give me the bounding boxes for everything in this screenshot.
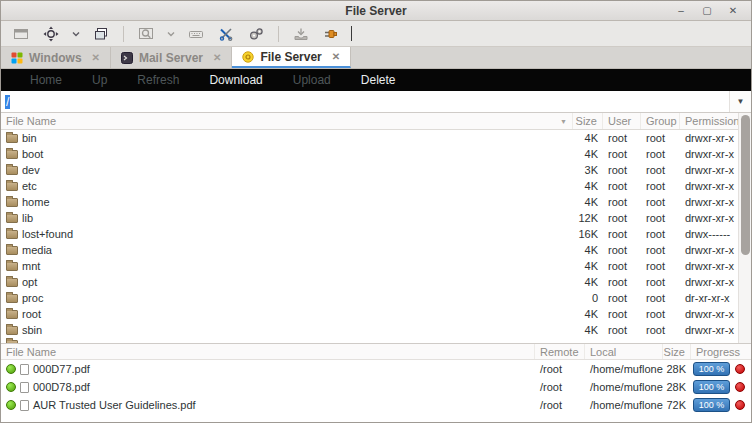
tab-close-icon[interactable]: ✕: [92, 52, 100, 63]
refresh-button[interactable]: Refresh: [122, 69, 194, 91]
file-name: lost+found: [22, 228, 73, 240]
file-row[interactable]: sbin 4K root root drwxr-xr-x: [1, 322, 738, 338]
file-size: 12K: [573, 212, 603, 224]
column-transfer-file-name[interactable]: File Name: [1, 344, 535, 359]
transfer-row[interactable]: 000D77.pdf /root /home/muflone 28K 100 %: [1, 360, 751, 378]
file-row[interactable]: etc 4K root root drwxr-xr-x: [1, 178, 738, 194]
fullscreen-icon[interactable]: [9, 23, 33, 45]
file-row[interactable]: boot 4K root root drwxr-xr-x: [1, 146, 738, 162]
remote-file-list-panel: File Name ▼ Size User Group Permission b…: [1, 113, 751, 343]
column-group[interactable]: Group: [641, 113, 680, 129]
progress-bar: 100 %: [693, 398, 730, 412]
preferences-gears-icon[interactable]: [244, 23, 268, 45]
connection-tab-bar: Windows ✕ Mail Server ✕ File Server ✕: [1, 47, 751, 69]
disconnect-plug-icon[interactable]: [319, 23, 343, 45]
file-user: root: [603, 132, 641, 144]
vertical-scrollbar[interactable]: [738, 113, 751, 343]
file-permission: drwxr-xr-x: [680, 308, 738, 320]
transfer-remote-path: /root: [535, 381, 585, 393]
tab-mail-server[interactable]: Mail Server ✕: [111, 47, 232, 68]
multi-monitor-icon[interactable]: [89, 23, 113, 45]
file-permission: drwx------: [680, 228, 738, 240]
file-size: 4K: [573, 308, 603, 320]
file-row[interactable]: root 4K root root drwxr-xr-x: [1, 306, 738, 322]
screenshot-icon[interactable]: [289, 23, 313, 45]
file-row[interactable]: mnt 4K root root drwxr-xr-x: [1, 258, 738, 274]
transfer-row[interactable]: AUR Trusted User Guidelines.pdf /root /h…: [1, 396, 751, 414]
sftp-action-bar: Home Up Refresh Download Upload Delete: [1, 69, 751, 91]
folder-icon: [6, 214, 18, 223]
app-window: File Server – ▢ ✕: [0, 0, 752, 423]
maximize-button[interactable]: ▢: [699, 4, 715, 18]
transfer-local-path: /home/muflone: [585, 399, 663, 411]
tab-file-server[interactable]: File Server ✕: [232, 47, 351, 68]
file-row[interactable]: dev 3K root root drwxr-xr-x: [1, 162, 738, 178]
toolbar-separator: [278, 26, 279, 42]
column-size[interactable]: Size: [573, 113, 603, 129]
keyboard-grab-icon[interactable]: [184, 23, 208, 45]
document-icon: [20, 400, 29, 411]
column-transfer-size[interactable]: Size: [663, 344, 691, 359]
file-row[interactable]: bin 4K root root drwxr-xr-x: [1, 130, 738, 146]
transfer-row[interactable]: 000D78.pdf /root /home/muflone 28K 100 %: [1, 378, 751, 396]
home-button[interactable]: Home: [15, 69, 77, 91]
main-toolbar: [1, 21, 751, 47]
file-row[interactable]: lib 12K root root drwxr-xr-x: [1, 210, 738, 226]
toolbar-edge-separator: [351, 26, 352, 41]
minimize-button[interactable]: –: [673, 4, 689, 18]
tools-icon[interactable]: [214, 23, 238, 45]
file-size: 4K: [573, 196, 603, 208]
path-dropdown-button[interactable]: ▼: [729, 91, 751, 112]
stop-status-icon: [735, 364, 745, 374]
file-group: root: [641, 212, 680, 224]
close-button[interactable]: ✕: [725, 4, 741, 18]
tab-windows[interactable]: Windows ✕: [1, 47, 111, 68]
column-progress[interactable]: Progress: [691, 344, 751, 359]
file-name: dev: [22, 164, 40, 176]
file-row[interactable]: opt 4K root root drwxr-xr-x: [1, 274, 738, 290]
file-group: root: [641, 260, 680, 272]
file-row[interactable]: lost+found 16K root root drwx------: [1, 226, 738, 242]
file-row[interactable]: home 4K root root drwxr-xr-x: [1, 194, 738, 210]
folder-icon: [6, 198, 18, 207]
scrollbar-thumb[interactable]: [741, 115, 750, 255]
column-permission[interactable]: Permission: [680, 113, 738, 129]
file-permission: drwxr-xr-x: [680, 148, 738, 160]
file-permission: drwxr-xr-x: [680, 132, 738, 144]
document-icon: [20, 382, 29, 393]
file-list-header: File Name ▼ Size User Group Permission: [1, 113, 738, 130]
scale-mode-icon[interactable]: [39, 23, 63, 45]
title-bar: File Server – ▢ ✕: [1, 1, 751, 21]
transfer-file-name: 000D78.pdf: [33, 381, 90, 393]
file-group: root: [641, 148, 680, 160]
file-name: lib: [22, 212, 33, 224]
transfer-complete-status-icon: [6, 400, 16, 410]
column-user[interactable]: User: [603, 113, 641, 129]
upload-button[interactable]: Upload: [278, 69, 346, 91]
path-input[interactable]: /: [1, 91, 729, 112]
download-button[interactable]: Download: [194, 69, 277, 91]
tab-close-icon[interactable]: ✕: [213, 52, 221, 63]
progress-bar: 100 %: [693, 380, 730, 394]
file-row[interactable]: media 4K root root drwxr-xr-x: [1, 242, 738, 258]
column-remote[interactable]: Remote: [535, 344, 585, 359]
magnifier-dropdown-chevron[interactable]: [164, 23, 178, 45]
up-button[interactable]: Up: [77, 69, 122, 91]
file-group: root: [641, 132, 680, 144]
file-name: home: [22, 196, 50, 208]
scale-dropdown-chevron[interactable]: [69, 23, 83, 45]
transfer-list: 000D77.pdf /root /home/muflone 28K 100 %: [1, 360, 751, 414]
file-row[interactable]: proc 0 root root dr-xr-xr-x: [1, 290, 738, 306]
column-local[interactable]: Local: [585, 344, 663, 359]
file-permission: drwxr-xr-x: [680, 324, 738, 336]
column-file-name[interactable]: File Name ▼: [1, 113, 573, 129]
file-permission: drwxr-xr-x: [680, 180, 738, 192]
file-size: 4K: [573, 132, 603, 144]
delete-button[interactable]: Delete: [346, 69, 411, 91]
file-size: 4K: [573, 148, 603, 160]
file-size: 0: [573, 292, 603, 304]
tab-close-icon[interactable]: ✕: [332, 51, 340, 62]
magnifier-icon[interactable]: [134, 23, 158, 45]
stop-status-icon: [735, 400, 745, 410]
tab-label: File Server: [260, 50, 321, 64]
